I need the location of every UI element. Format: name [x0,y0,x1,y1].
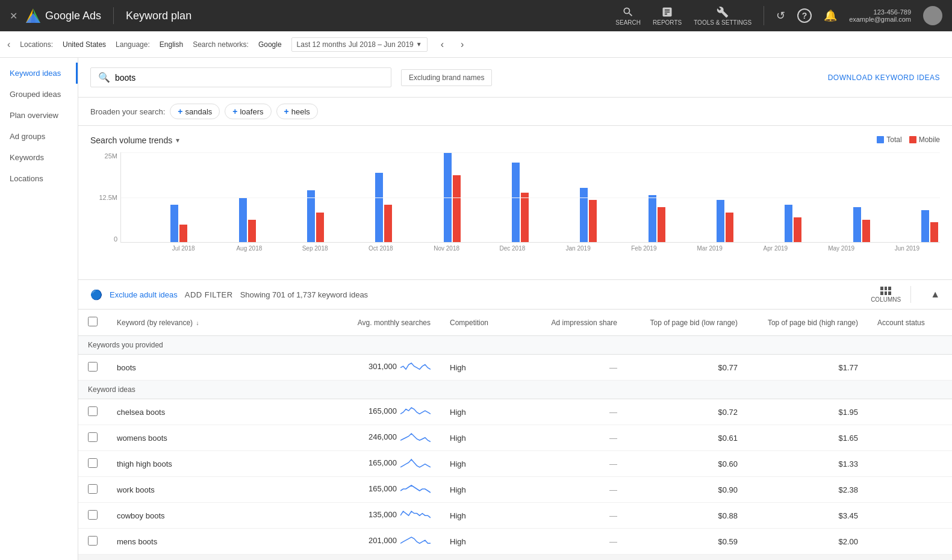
mobile-bar-11 [930,222,938,242]
x-label-5: Dec 2018 [479,243,545,252]
x-label-0: Jul 2018 [151,243,216,252]
row-ad-impression-cell: — [530,355,627,381]
total-bar-11 [921,210,929,242]
idea-row-checkbox-1[interactable] [88,432,98,442]
idea-row-checkbox-4[interactable] [88,510,98,520]
reports-icon [661,6,673,18]
idea-bid-high-value: $1.33 [838,459,858,468]
th-ad-impression[interactable]: Ad impression share [530,310,627,336]
mobile-bar-0 [179,225,187,242]
locations-value: United States [63,40,106,49]
legend-mobile-color [909,136,916,143]
sidebar-item-keywords[interactable]: Keywords [0,147,78,168]
mobile-bar-2 [316,213,324,242]
idea-avg-searches-value: 246,000 [369,432,397,441]
idea-row-account-status-cell [868,399,952,425]
date-range-value: Jul 2018 – Jun 2019 [349,40,414,49]
idea-bid-low-value: $0.72 [718,408,738,417]
idea-ad-impression-value: — [609,408,617,417]
broaden-tag-loafers-label: loafers [240,107,263,116]
broaden-tag-sandals[interactable]: + sandals [170,104,220,119]
top-nav-right: SEARCH REPORTS TOOLS & SETTINGS ↺ ? 🔔 12… [615,6,942,26]
sidebar-collapse-button[interactable]: ‹ [7,39,10,50]
broaden-tag-heels-label: heels [291,107,310,116]
broaden-tag-heels[interactable]: + heels [276,104,318,119]
collapse-table-button[interactable]: ▲ [930,289,940,300]
notifications-button[interactable]: 🔔 [824,9,837,22]
idea-row-checkbox-5[interactable] [88,536,98,546]
tools-nav-button[interactable]: TOOLS & SETTINGS [694,6,751,26]
add-filter-button[interactable]: ADD FILTER [185,290,233,299]
idea-bid-high-value: $3.45 [838,511,858,520]
language-value: English [160,40,183,49]
idea-row-checkbox-2[interactable] [88,458,98,468]
idea-row-bid-high-cell: $3.45 [747,503,868,529]
date-range-selector[interactable]: Last 12 months Jul 2018 – Jun 2019 ▼ [291,37,428,52]
keyword-search-input[interactable] [115,73,384,82]
broaden-search-section: Broaden your search: + sandals + loafers… [78,98,952,126]
th-keyword[interactable]: Keyword (by relevance) ↓ [107,310,308,336]
x-label-1: Aug 2018 [216,243,282,252]
date-prev-button[interactable]: ‹ [437,38,447,51]
download-keyword-ideas-button[interactable]: DOWNLOAD KEYWORD IDEAS [828,73,940,82]
idea-row-checkbox-0[interactable] [88,406,98,416]
th-top-bid-low[interactable]: Top of page bid (low range) [627,310,747,336]
search-nav-button[interactable]: SEARCH [615,6,641,26]
idea-competition-value: High [450,459,466,468]
close-icon[interactable]: ✕ [10,10,17,22]
row-checkbox-0[interactable] [88,362,98,372]
sparkline-icon [400,509,431,522]
idea-row-bid-low-cell: $0.61 [627,425,747,451]
date-next-button[interactable]: › [457,38,467,51]
idea-keyword-row-0: chelsea boots 165,000 High — $0.72 $1.95 [78,399,952,425]
help-button[interactable]: ? [797,8,812,23]
idea-bid-low-value: $0.59 [718,537,738,546]
columns-button[interactable]: COLUMNS [871,287,901,303]
sparkline-icon [400,405,431,418]
broaden-tag-loafers[interactable]: + loafers [225,104,271,119]
th-top-bid-high[interactable]: Top of page bid (high range) [747,310,868,336]
plus-icon: + [178,107,182,116]
x-labels: Jul 2018Aug 2018Sep 2018Oct 2018Nov 2018… [120,243,940,252]
x-label-7: Feb 2019 [611,243,677,252]
sidebar-item-keyword-ideas[interactable]: Keyword ideas [0,63,78,84]
avatar[interactable] [923,6,942,25]
search-box: 🔍 [90,67,391,87]
columns-label: COLUMNS [871,296,901,303]
th-avg-searches[interactable]: Avg. monthly searches [308,310,440,336]
broaden-label: Broaden your search: [90,107,165,116]
sidebar-item-ad-groups[interactable]: Ad groups [0,126,78,147]
idea-row-competition-cell: High [440,529,530,555]
sparkline-icon [400,361,431,374]
reports-nav-button[interactable]: REPORTS [653,6,682,26]
filter-icon: 🔵 [90,289,102,300]
refresh-button[interactable]: ↺ [776,9,785,22]
locations-label: Locations: [20,40,53,49]
idea-row-competition-cell: High [440,425,530,451]
idea-competition-value: High [450,485,466,494]
search-networks-label: Search networks: [193,40,249,49]
idea-row-competition-cell: High [440,451,530,477]
idea-row-avg-searches-cell: 165,000 [308,477,440,503]
chart-header: Search volume trends ▾ Total Mobile [90,135,940,145]
idea-row-checkbox-3[interactable] [88,484,98,494]
sidebar-item-plan-overview[interactable]: Plan overview [0,105,78,126]
th-competition[interactable]: Competition [440,310,530,336]
idea-row-keyword-cell: cowboy boots [107,503,308,529]
idea-avg-searches-value: 135,000 [369,510,397,519]
tools-icon [717,6,729,18]
select-all-checkbox[interactable] [88,317,98,326]
table-header: Keyword (by relevance) ↓ Avg. monthly se… [78,310,952,336]
mobile-bar-3 [384,205,392,242]
chart-dropdown-icon[interactable]: ▾ [176,136,179,145]
exclude-adult-ideas-link[interactable]: Exclude adult ideas [110,290,178,299]
idea-keyword-label: womens boots [117,434,167,443]
idea-ad-impression-value: — [609,434,617,443]
x-label-6: Jan 2019 [546,243,611,252]
gridline-mid [121,198,940,198]
user-info: 123-456-789 example@gmail.com [849,8,911,23]
idea-row-bid-low-cell: $0.88 [627,503,747,529]
sidebar-item-grouped-ideas[interactable]: Grouped ideas [0,84,78,105]
th-account-status[interactable]: Account status [868,310,952,336]
sidebar-item-locations[interactable]: Locations [0,168,78,189]
